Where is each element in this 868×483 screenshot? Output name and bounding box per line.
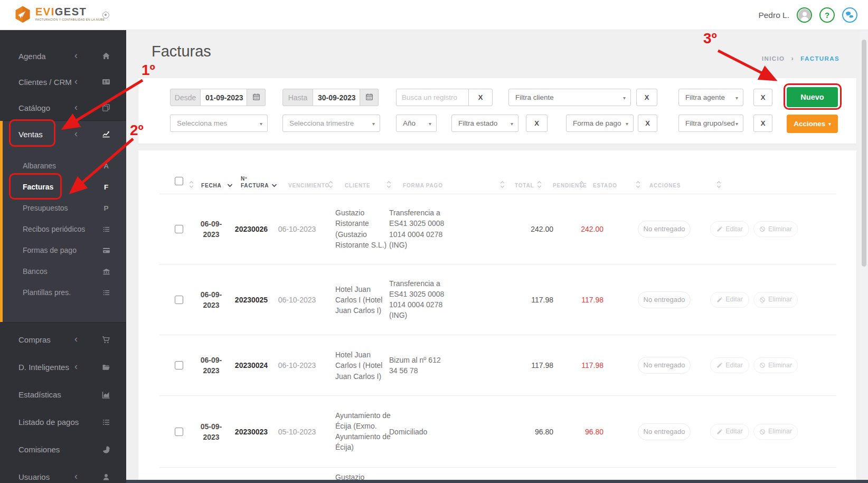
nuevo-button[interactable]: Nuevo (787, 87, 838, 107)
editar-button[interactable]: Editar (710, 292, 749, 308)
sort-icon[interactable] (189, 181, 194, 188)
sidebar-item-estad-sticas[interactable]: Estadísticas (0, 381, 126, 408)
sort-icon[interactable] (271, 184, 277, 187)
editar-button[interactable]: Editar (710, 221, 749, 237)
user-name: Pedro L. (758, 11, 789, 20)
forma-pago-cell: Bizum al nº 612 34 56 78 (389, 355, 450, 376)
table-row: 06-09-20232023002506-10-2023Hotel Juan C… (159, 264, 836, 335)
anio-select[interactable]: Año▾ (396, 115, 437, 132)
row-checkbox[interactable] (175, 361, 183, 370)
eliminar-button[interactable]: Eliminar (753, 292, 798, 308)
column-header-fecha[interactable]: FECHA (201, 182, 221, 189)
row-checkbox[interactable] (175, 428, 183, 436)
desde-input[interactable] (201, 89, 247, 106)
sidebar-item-comisiones[interactable]: Comisiones (0, 435, 126, 463)
sidebar-item-ventas[interactable]: Ventas ‹ (0, 121, 126, 147)
filtra-cliente-select[interactable]: Filtra cliente▾ (508, 89, 631, 106)
select-all-checkbox[interactable] (175, 177, 183, 185)
row-checkbox[interactable] (175, 296, 183, 304)
sort-icon[interactable] (636, 181, 640, 188)
eliminar-button[interactable]: Eliminar (753, 424, 798, 440)
fecha-cell: 05-09-2023 (194, 421, 228, 442)
cliente-cell: Hotel Juan Carlos I (Hotel Juan Carlos I… (335, 349, 391, 382)
cliente-clear-button[interactable]: X (636, 89, 657, 106)
sort-icon[interactable] (386, 181, 391, 188)
sidebar-subitem-facturas[interactable]: FacturasF (0, 176, 126, 197)
sidebar-item-d-inteligentes[interactable]: D. Inteligentes ‹ (0, 353, 126, 381)
sidebar-item-listado-de-pagos[interactable]: Listado de pagos (0, 408, 126, 435)
page-scrollbar[interactable] (860, 30, 868, 483)
filters-panel: Desde Hasta X Filtra cliente▾ X Filtra a… (138, 78, 856, 144)
selecciona-trimestre-select[interactable]: Selecciona trimestre▾ (282, 115, 380, 132)
chart-area-icon (99, 390, 113, 399)
column-header-cliente[interactable]: CLIENTE (345, 182, 370, 189)
editar-button[interactable]: Editar (710, 357, 749, 373)
vencimiento-cell: 06-10-2023 (269, 360, 325, 371)
column-header-total[interactable]: TOTAL (515, 182, 534, 189)
sort-icon[interactable] (537, 181, 542, 188)
forma-pago-select[interactable]: Forma de pago▾ (566, 115, 634, 132)
sidebar-item-cat-logo[interactable]: Catálogo ‹ (0, 94, 126, 120)
grupo-clear-button[interactable]: X (753, 115, 772, 132)
user-avatar[interactable] (797, 7, 812, 23)
sidebar-subitem-presupuestos[interactable]: PresupuestosP (0, 197, 126, 219)
chat-button[interactable] (842, 7, 857, 23)
desde-calendar-button[interactable] (247, 89, 266, 106)
column-header-acciones[interactable]: ACCIONES (649, 182, 681, 189)
editar-button[interactable]: Editar (710, 424, 749, 440)
search-clear-button[interactable]: X (468, 89, 493, 106)
cliente-cell: Hotel Juan Carlos I (Hotel Juan Carlos I… (335, 283, 391, 316)
sidebar-item-usuarios[interactable]: Usuarios ‹ (0, 463, 126, 483)
scrollbar-thumb[interactable] (862, 40, 866, 267)
brand-logo[interactable]: EVIGEST FACTURACIÓN Y CONTABILIDAD EN LA… (15, 6, 105, 25)
chevron-left-icon: ‹ (74, 50, 78, 61)
sidebar-subitem-plantillas-pres[interactable]: Plantillas pres. (0, 282, 126, 303)
sort-icon[interactable] (716, 181, 721, 188)
cliente-cell: Gustazio Ristorante (Gustazio Ristorante… (335, 207, 391, 250)
sort-icon[interactable] (328, 181, 333, 188)
pencil-icon (716, 429, 723, 435)
sort-icon[interactable] (227, 184, 233, 187)
hasta-calendar-button[interactable] (360, 89, 379, 106)
filtra-agente-select[interactable]: Filtra agente▾ (678, 89, 743, 106)
sidebar-subitem-formas-de-pago[interactable]: Formas de pago (0, 240, 126, 261)
sort-icon[interactable] (579, 181, 584, 188)
acciones-button[interactable]: Acciones▾ (787, 115, 838, 133)
estado-badge: No entregado (638, 423, 691, 440)
ventas-group: Ventas ‹ AlbaranesA FacturasF Presupuest… (0, 120, 126, 323)
brand-tagline: FACTURACIÓN Y CONTABILIDAD EN LA NUBE (35, 18, 105, 21)
forma-pago-cell: Transferencia a ES41 3025 0008 1014 0004… (389, 278, 450, 321)
column-header-forma-pago[interactable]: FORMA PAGO (403, 182, 443, 189)
column-header-n-factura[interactable]: Nº FACTURA (241, 175, 276, 189)
caret-down-icon: ▾ (828, 121, 831, 127)
sidebar-collapse-toggle-icon[interactable] (102, 12, 109, 18)
bottom-edge-strip (126, 480, 868, 483)
sort-icon[interactable] (500, 181, 505, 188)
search-input[interactable] (396, 89, 469, 106)
column-header-vencimiento[interactable]: VENCIMIENTO (288, 182, 329, 189)
agente-clear-button[interactable]: X (753, 89, 772, 106)
breadcrumb-inicio[interactable]: INICIO (762, 55, 785, 62)
sidebar-subitem-albaranes[interactable]: AlbaranesA (0, 155, 126, 176)
vencimiento-cell: 06-10-2023 (269, 294, 325, 305)
estado-clear-button[interactable]: X (526, 115, 548, 132)
row-checkbox[interactable] (175, 225, 183, 233)
sidebar-item-agenda[interactable]: Agenda ‹ (0, 43, 126, 69)
forma-pago-clear-button[interactable]: X (638, 115, 657, 132)
pendiente-cell: 96.80 (557, 426, 603, 437)
eliminar-button[interactable]: Eliminar (753, 357, 798, 373)
selecciona-mes-select[interactable]: Selecciona mes▾ (170, 115, 268, 132)
sidebar-item-clientes-crm[interactable]: Clientes / CRM ‹ (0, 69, 126, 94)
help-button[interactable]: ? (819, 7, 835, 23)
hasta-label: Hasta (282, 89, 313, 106)
filtra-grupo-select[interactable]: Filtra grupo/sede▾ (678, 115, 743, 132)
column-header-estado[interactable]: ESTADO (593, 182, 617, 189)
sidebar-subitem-bancos[interactable]: Bancos (0, 261, 126, 282)
sidebar-subitem-recibos-peri-dicos[interactable]: Recibos periódicos (0, 219, 126, 240)
filtra-estado-select[interactable]: Filtra estado▾ (451, 115, 518, 132)
sidebar-item-compras[interactable]: Compras ‹ (0, 326, 126, 353)
ban-icon (759, 226, 766, 232)
eliminar-button[interactable]: Eliminar (753, 221, 798, 237)
hasta-input[interactable] (313, 89, 360, 106)
list-icon (99, 288, 113, 297)
